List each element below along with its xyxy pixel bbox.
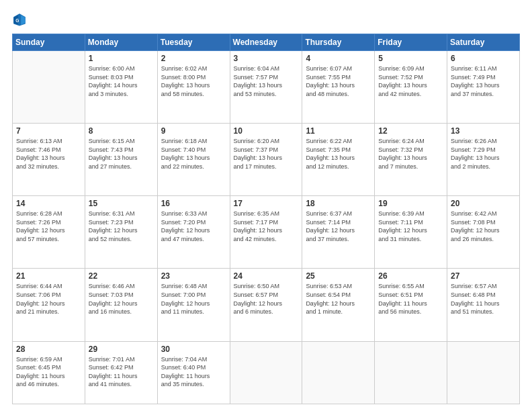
calendar-cell: 20Sunrise: 6:42 AM Sunset: 7:08 PM Dayli… [447, 196, 520, 269]
calendar-cell: 29Sunrise: 7:01 AM Sunset: 6:42 PM Dayli… [85, 341, 157, 404]
day-info: Sunrise: 6:39 AM Sunset: 7:11 PM Dayligh… [378, 210, 443, 243]
calendar-cell: 1Sunrise: 6:00 AM Sunset: 8:03 PM Daylig… [85, 51, 157, 124]
calendar-cell: 4Sunrise: 6:07 AM Sunset: 7:55 PM Daylig… [302, 51, 375, 124]
day-info: Sunrise: 6:28 AM Sunset: 7:26 PM Dayligh… [16, 210, 81, 243]
day-info: Sunrise: 6:22 AM Sunset: 7:35 PM Dayligh… [306, 137, 371, 171]
calendar-cell [447, 341, 520, 404]
day-info: Sunrise: 6:07 AM Sunset: 7:55 PM Dayligh… [306, 64, 371, 98]
calendar-cell [230, 341, 302, 404]
calendar-cell: 7Sunrise: 6:13 AM Sunset: 7:46 PM Daylig… [13, 124, 85, 196]
weekday-header-monday: Monday [85, 34, 157, 51]
day-number: 5 [378, 54, 443, 63]
day-number: 12 [378, 126, 443, 136]
calendar-cell: 26Sunrise: 6:55 AM Sunset: 6:51 PM Dayli… [375, 269, 447, 341]
calendar-cell: 8Sunrise: 6:15 AM Sunset: 7:43 PM Daylig… [85, 124, 157, 196]
day-number: 17 [234, 199, 299, 208]
day-number: 22 [89, 271, 154, 281]
calendar-cell [13, 51, 85, 124]
calendar-table: SundayMondayTuesdayWednesdayThursdayFrid… [12, 34, 520, 404]
weekday-header-sunday: Sunday [13, 34, 85, 51]
weekday-header-thursday: Thursday [302, 34, 375, 51]
day-info: Sunrise: 6:55 AM Sunset: 6:51 PM Dayligh… [378, 282, 443, 316]
calendar-cell: 22Sunrise: 6:46 AM Sunset: 7:03 PM Dayli… [85, 269, 157, 341]
day-number: 9 [161, 126, 226, 136]
day-number: 29 [89, 345, 154, 354]
calendar-week-row: 1Sunrise: 6:00 AM Sunset: 8:03 PM Daylig… [13, 51, 520, 124]
day-number: 14 [16, 199, 81, 208]
day-number: 13 [451, 126, 516, 136]
day-number: 28 [16, 345, 81, 354]
day-info: Sunrise: 6:59 AM Sunset: 6:45 PM Dayligh… [16, 355, 81, 389]
day-info: Sunrise: 6:24 AM Sunset: 7:32 PM Dayligh… [378, 137, 443, 171]
calendar-cell: 17Sunrise: 6:35 AM Sunset: 7:17 PM Dayli… [230, 196, 302, 269]
day-info: Sunrise: 6:00 AM Sunset: 8:03 PM Dayligh… [89, 64, 154, 98]
calendar-week-row: 14Sunrise: 6:28 AM Sunset: 7:26 PM Dayli… [13, 196, 520, 269]
day-info: Sunrise: 6:33 AM Sunset: 7:20 PM Dayligh… [161, 210, 226, 243]
calendar-cell: 12Sunrise: 6:24 AM Sunset: 7:32 PM Dayli… [375, 124, 447, 196]
calendar-cell: 9Sunrise: 6:18 AM Sunset: 7:40 PM Daylig… [157, 124, 230, 196]
calendar-cell: 15Sunrise: 6:31 AM Sunset: 7:23 PM Dayli… [85, 196, 157, 269]
weekday-header-friday: Friday [375, 34, 447, 51]
calendar-cell: 30Sunrise: 7:04 AM Sunset: 6:40 PM Dayli… [157, 341, 230, 404]
calendar-cell: 24Sunrise: 6:50 AM Sunset: 6:57 PM Dayli… [230, 269, 302, 341]
day-number: 1 [89, 54, 154, 63]
day-number: 11 [306, 126, 371, 136]
day-info: Sunrise: 6:13 AM Sunset: 7:46 PM Dayligh… [16, 137, 81, 171]
weekday-header-row: SundayMondayTuesdayWednesdayThursdayFrid… [13, 34, 520, 51]
day-info: Sunrise: 6:11 AM Sunset: 7:49 PM Dayligh… [451, 64, 516, 98]
day-number: 21 [16, 271, 81, 281]
day-number: 16 [161, 199, 226, 208]
day-number: 26 [378, 271, 443, 281]
calendar-cell: 3Sunrise: 6:04 AM Sunset: 7:57 PM Daylig… [230, 51, 302, 124]
day-info: Sunrise: 6:48 AM Sunset: 7:00 PM Dayligh… [161, 282, 226, 316]
day-number: 24 [234, 271, 299, 281]
day-number: 2 [161, 54, 226, 63]
calendar-cell: 23Sunrise: 6:48 AM Sunset: 7:00 PM Dayli… [157, 269, 230, 341]
day-info: Sunrise: 6:44 AM Sunset: 7:06 PM Dayligh… [16, 282, 81, 316]
day-info: Sunrise: 6:26 AM Sunset: 7:29 PM Dayligh… [451, 137, 516, 171]
calendar-cell: 28Sunrise: 6:59 AM Sunset: 6:45 PM Dayli… [13, 341, 85, 404]
day-number: 10 [234, 126, 299, 136]
day-info: Sunrise: 6:20 AM Sunset: 7:37 PM Dayligh… [234, 137, 299, 171]
day-info: Sunrise: 6:57 AM Sunset: 6:48 PM Dayligh… [451, 282, 516, 316]
calendar-cell: 19Sunrise: 6:39 AM Sunset: 7:11 PM Dayli… [375, 196, 447, 269]
day-number: 15 [89, 199, 154, 208]
calendar-cell: 14Sunrise: 6:28 AM Sunset: 7:26 PM Dayli… [13, 196, 85, 269]
day-number: 18 [306, 199, 371, 208]
day-info: Sunrise: 6:04 AM Sunset: 7:57 PM Dayligh… [234, 64, 299, 98]
day-info: Sunrise: 6:35 AM Sunset: 7:17 PM Dayligh… [234, 210, 299, 243]
day-info: Sunrise: 6:42 AM Sunset: 7:08 PM Dayligh… [451, 210, 516, 243]
day-number: 30 [161, 345, 226, 354]
day-number: 20 [451, 199, 516, 208]
calendar-week-row: 21Sunrise: 6:44 AM Sunset: 7:06 PM Dayli… [13, 269, 520, 341]
header: G [12, 12, 520, 27]
calendar-cell: 10Sunrise: 6:20 AM Sunset: 7:37 PM Dayli… [230, 124, 302, 196]
day-info: Sunrise: 6:37 AM Sunset: 7:14 PM Dayligh… [306, 210, 371, 243]
calendar-cell: 13Sunrise: 6:26 AM Sunset: 7:29 PM Dayli… [447, 124, 520, 196]
day-info: Sunrise: 7:04 AM Sunset: 6:40 PM Dayligh… [161, 355, 226, 389]
weekday-header-tuesday: Tuesday [157, 34, 230, 51]
day-number: 6 [451, 54, 516, 63]
page: G SundayMondayTuesdayWednesdayThursdayFr… [0, 0, 532, 411]
calendar-week-row: 28Sunrise: 6:59 AM Sunset: 6:45 PM Dayli… [13, 341, 520, 404]
calendar-cell [375, 341, 447, 404]
svg-text:G: G [15, 18, 19, 23]
day-number: 27 [451, 271, 516, 281]
logo: G [12, 12, 30, 27]
calendar-cell: 5Sunrise: 6:09 AM Sunset: 7:52 PM Daylig… [375, 51, 447, 124]
calendar-cell: 6Sunrise: 6:11 AM Sunset: 7:49 PM Daylig… [447, 51, 520, 124]
weekday-header-saturday: Saturday [447, 34, 520, 51]
day-info: Sunrise: 6:09 AM Sunset: 7:52 PM Dayligh… [378, 64, 443, 98]
calendar-cell: 18Sunrise: 6:37 AM Sunset: 7:14 PM Dayli… [302, 196, 375, 269]
calendar-cell: 27Sunrise: 6:57 AM Sunset: 6:48 PM Dayli… [447, 269, 520, 341]
day-number: 19 [378, 199, 443, 208]
day-info: Sunrise: 6:50 AM Sunset: 6:57 PM Dayligh… [234, 282, 299, 316]
day-info: Sunrise: 6:53 AM Sunset: 6:54 PM Dayligh… [306, 282, 371, 316]
day-number: 23 [161, 271, 226, 281]
day-info: Sunrise: 7:01 AM Sunset: 6:42 PM Dayligh… [89, 355, 154, 389]
day-info: Sunrise: 6:31 AM Sunset: 7:23 PM Dayligh… [89, 210, 154, 243]
day-info: Sunrise: 6:02 AM Sunset: 8:00 PM Dayligh… [161, 64, 226, 98]
calendar-cell: 21Sunrise: 6:44 AM Sunset: 7:06 PM Dayli… [13, 269, 85, 341]
day-number: 25 [306, 271, 371, 281]
calendar-cell: 25Sunrise: 6:53 AM Sunset: 6:54 PM Dayli… [302, 269, 375, 341]
